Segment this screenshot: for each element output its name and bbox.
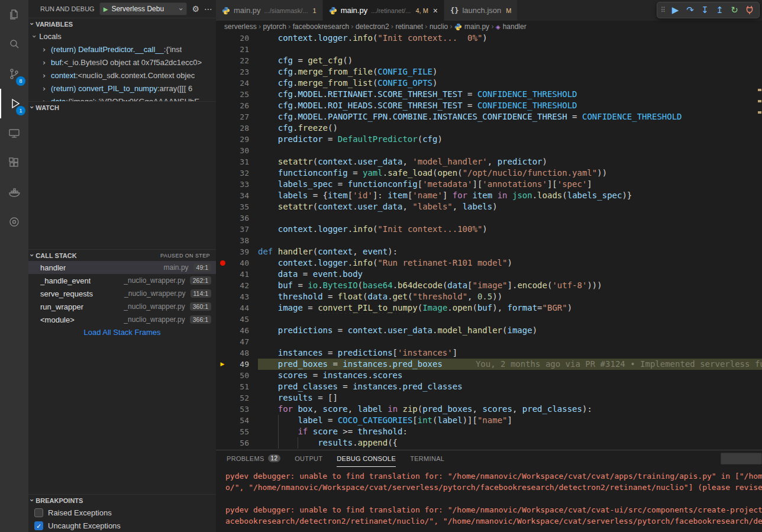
variable-row[interactable]: ›context: <nuclio_sdk.context.Context ob… [28,69,216,82]
code-line[interactable]: 41data = event.body [216,269,762,280]
gutter[interactable]: 27 [216,111,258,122]
gutter[interactable]: 46 [216,325,258,336]
variable-row[interactable]: ›(return) DefaultPredictor.__call__: {'i… [28,43,216,56]
callstack-frame[interactable]: run_wrapper_nuclio_wrapper.py360:1 [28,300,216,313]
breakpoints-section-header[interactable]: › BREAKPOINTS [28,494,216,506]
gutter[interactable]: 36 [216,212,258,224]
docker-icon[interactable] [0,178,28,207]
code-line[interactable]: 50scores = instances.scores [216,370,762,381]
gutter[interactable]: 51 [216,381,258,392]
code-line[interactable]: 23cfg.merge_from_file(CONFIG_FILE) [216,66,762,78]
code-line[interactable]: 55if score >= threshold: [216,426,762,437]
code-line[interactable]: 40context.logger.info("Run retinanet-R10… [216,257,762,269]
variable-row[interactable]: ›data: {'image': 'iVBORw0KGgoAAAANSUhE [28,95,216,101]
tab-problems[interactable]: PROBLEMS 12 [227,450,280,467]
gutter[interactable]: 55 [216,426,258,437]
code-line[interactable]: 43threshold = float(data.get("threshold"… [216,291,762,302]
breakpoint-icon[interactable] [220,260,225,266]
gutter[interactable]: 20 [216,33,258,44]
breakpoint-slot[interactable] [216,260,229,266]
code-line[interactable]: ▶49pred_boxes = instances.pred_boxesYou,… [216,359,762,370]
code-line[interactable]: 24cfg.merge_from_list(CONFIG_OPTS) [216,78,762,89]
code-line[interactable]: 53for box, score, label in zip(pred_boxe… [216,404,762,415]
breadcrumb-item[interactable]: nuclio [430,22,448,31]
gutter[interactable]: 50 [216,370,258,381]
gutter[interactable]: 38 [216,235,258,246]
gutter[interactable]: 37 [216,224,258,235]
code-line[interactable]: 38 [216,235,762,246]
tab-launch-json[interactable]: {} launch.json M [444,0,518,21]
gutter[interactable]: 31 [216,156,258,167]
code-line[interactable]: 54label = COCO_CATEGORIES[int(label)]["n… [216,415,762,426]
debug-console-output[interactable]: pydev debugger: unable to find translati… [216,467,762,532]
gutter[interactable]: 28 [216,122,258,134]
code-line[interactable]: 25cfg.MODEL.RETINANET.SCORE_THRESH_TEST … [216,89,762,100]
gutter[interactable]: 35 [216,201,258,212]
gutter[interactable]: 22 [216,55,258,66]
callstack-frame[interactable]: _handle_event_nuclio_wrapper.py262:1 [28,274,216,287]
continue-icon[interactable]: ▶ [669,3,682,17]
gutter[interactable]: 32 [216,167,258,179]
gutter[interactable]: 43 [216,291,258,302]
debug-config-dropdown[interactable]: ▶ Serverless Debu › [99,2,188,15]
code-line[interactable]: 45 [216,314,762,325]
breadcrumb-item[interactable]: detectron2 [356,22,389,31]
code-line[interactable]: 44image = convert_PIL_to_numpy(Image.ope… [216,302,762,314]
gutter[interactable]: 40 [216,257,258,269]
code-line[interactable]: 29predictor = DefaultPredictor(cfg) [216,134,762,145]
code-line[interactable]: 22cfg = get_cfg() [216,55,762,66]
callstack-frame[interactable]: <module>_nuclio_wrapper.py366:1 [28,313,216,326]
gutter[interactable]: 41 [216,269,258,280]
gutter[interactable]: 44 [216,302,258,314]
gutter[interactable]: 48 [216,347,258,359]
code-line[interactable]: 48instances = predictions['instances'] [216,347,762,359]
step-out-icon[interactable]: ↥ [713,3,727,17]
tab-debug-console[interactable]: DEBUG CONSOLE [337,450,396,467]
gutter[interactable]: 52 [216,392,258,404]
watch-section-header[interactable]: › WATCH [28,101,216,113]
code-line[interactable]: 26cfg.MODEL.ROI_HEADS.SCORE_THRESH_TEST … [216,100,762,111]
gutter[interactable]: 56 [216,437,258,449]
gutter[interactable]: 26 [216,100,258,111]
breadcrumb-item[interactable]: pytorch [263,22,286,31]
code-line[interactable]: 56results.append({ [216,437,762,449]
breadcrumb-item[interactable]: retinanet [395,22,423,31]
scope-locals[interactable]: › Locals [28,30,216,43]
gutter[interactable]: 34 [216,190,258,201]
tab-main-py-siammask[interactable]: main.py .../siammask/... 1 [216,0,323,21]
gutter[interactable]: 42 [216,280,258,291]
checkbox[interactable]: ✓ [34,521,43,530]
start-debug-icon[interactable]: ▶ [104,6,108,12]
breadcrumb-item[interactable]: facebookresearch [293,22,349,31]
code-line[interactable]: 51pred_classes = instances.pred_classes [216,381,762,392]
gutter[interactable]: 33 [216,179,258,190]
gutter[interactable]: 24 [216,78,258,89]
run-debug-icon[interactable]: 1 [0,89,28,118]
variable-row[interactable]: ›(return) convert_PIL_to_numpy: array([[… [28,82,216,95]
tab-output[interactable]: OUTPUT [295,450,322,467]
code-line[interactable]: 46predictions = context.user_data.model_… [216,325,762,336]
gutter[interactable]: 29 [216,134,258,145]
drag-handle-icon[interactable]: ⠿ [660,6,666,14]
close-icon[interactable]: × [433,6,438,15]
overview-ruler[interactable] [757,33,762,450]
code-line[interactable]: 42buf = io.BytesIO(base64.b64decode(data… [216,280,762,291]
variable-row[interactable]: ›buf: <_io.BytesIO object at 0x7f5a2dc1e… [28,56,216,69]
code-line[interactable]: 36 [216,212,762,224]
breadcrumb-item[interactable]: ◈handler [496,22,527,31]
more-actions-icon[interactable]: ⋯ [204,4,212,14]
code-editor[interactable]: 20context.logger.info("Init context... 0… [216,33,762,450]
code-line[interactable]: 30 [216,145,762,156]
code-line[interactable]: 52results = [] [216,392,762,404]
breakpoint-row[interactable]: ✓Uncaught Exceptions [28,519,216,532]
code-line[interactable]: 37context.logger.info("Init context...10… [216,224,762,235]
code-line[interactable]: 34labels = {item['id']: item['name'] for… [216,190,762,201]
explorer-icon[interactable] [0,0,28,30]
gutter[interactable]: 54 [216,415,258,426]
load-all-stack-frames-link[interactable]: Load All Stack Frames [28,326,216,339]
breakpoint-slot[interactable]: ▶ [216,359,229,370]
call-stack-section-header[interactable]: › CALL STACK PAUSED ON STEP [28,249,216,261]
code-line[interactable]: 21 [216,44,762,55]
code-line[interactable]: 27cfg.MODEL.PANOPTIC_FPN.COMBINE.INSTANC… [216,111,762,122]
code-line[interactable]: 20context.logger.info("Init context... 0… [216,33,762,44]
